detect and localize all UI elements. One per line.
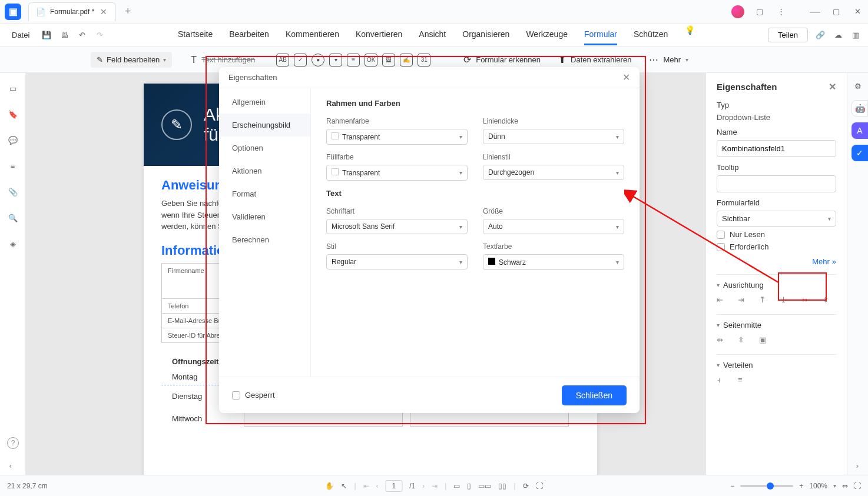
collapse-caret-icon[interactable]: ▾ [717,282,720,288]
dialog-close-button[interactable]: ✕ [622,72,630,83]
button-tool-icon[interactable]: OK [365,54,377,66]
tab-organisieren[interactable]: Organisieren [462,25,509,45]
collapse-caret-icon[interactable]: ▾ [717,322,720,328]
view-two-page-icon[interactable]: ▭▭ [478,482,491,490]
select-line-style[interactable]: Durchgezogen▾ [483,165,624,180]
assistant-icon[interactable]: 🤖 [852,100,868,116]
collapse-right-button[interactable]: › [852,460,863,471]
date-tool-icon[interactable]: 31 [418,54,430,66]
select-border-color[interactable]: Transparent▾ [326,129,468,145]
minimize-button[interactable]: — [809,5,821,18]
select-fill-color[interactable]: Transparent▾ [326,165,468,181]
file-menu[interactable]: Datei [7,31,34,39]
page-current[interactable]: 1 [392,482,396,490]
dropdown-tool-icon[interactable]: ▾ [329,54,342,66]
redo-icon[interactable]: ↷ [94,30,105,41]
collapse-caret-icon[interactable]: ▾ [717,362,720,368]
collapse-left-button[interactable]: ‹ [5,460,16,471]
sidebar-berechnen[interactable]: Berechnen [219,228,310,251]
extract-data-button[interactable]: Daten extrahieren [571,55,631,64]
tab-bearbeiten[interactable]: Bearbeiten [229,25,269,45]
window-tool-icon[interactable]: ▢ [754,7,766,16]
sidebar-format[interactable]: Format [219,182,310,205]
select-style[interactable]: Regular▾ [326,254,468,269]
sidebar-erscheinungsbild[interactable]: Erscheinungsbild [219,114,310,137]
share-button[interactable]: Teilen [768,28,808,42]
help-button[interactable]: ? [7,437,19,449]
select-line-weight[interactable]: Dünn▾ [483,129,624,144]
zoom-value[interactable]: 100% [809,482,827,490]
center-both-icon[interactable]: ▣ [759,335,770,346]
document-tab[interactable]: 📄 Formular.pdf * ✕ [28,2,116,21]
last-page-button[interactable]: ⇥ [432,482,438,490]
select-size[interactable]: Auto▾ [483,219,624,234]
cloud-icon[interactable]: ☁ [833,30,843,41]
more-tools-button[interactable]: Mehr [663,55,681,64]
fullscreen-icon[interactable]: ⛶ [854,482,861,490]
hand-tool-icon[interactable]: ✋ [325,482,334,490]
tab-ansicht[interactable]: Ansicht [419,25,446,45]
save-icon[interactable]: 💾 [41,30,52,41]
sidebar-allgemein[interactable]: Allgemein [219,91,310,114]
checkbox-tool-icon[interactable]: ✓ [294,54,307,66]
select-formfield[interactable]: Sichtbar ▾ [717,211,836,227]
tab-startseite[interactable]: Startseite [178,25,213,45]
tab-schuetzen[interactable]: Schützen [634,25,668,45]
first-page-button[interactable]: ⇤ [363,482,369,490]
tab-werkzeuge[interactable]: Werkzeuge [526,25,568,45]
next-page-button[interactable]: › [422,482,425,490]
comments-icon[interactable]: 💬 [7,134,19,146]
tab-formular[interactable]: Formular [584,25,617,45]
select-text-color[interactable]: Schwarz▾ [483,254,624,270]
panel-close-button[interactable]: ✕ [829,81,836,92]
kebab-menu-icon[interactable]: ⋮ [775,7,787,16]
signature-tool-icon[interactable]: ✍ [400,54,413,66]
ai-check-icon[interactable]: ✓ [852,145,868,161]
input-name[interactable] [717,140,836,157]
zoom-out-button[interactable]: − [730,482,734,490]
distribute-v-icon[interactable]: ≡ [738,375,748,386]
view-two-cont-icon[interactable]: ▯▯ [498,482,506,490]
close-window-button[interactable]: ✕ [852,7,863,16]
print-icon[interactable]: 🖶 [59,30,69,41]
fields-icon[interactable]: ≡ [7,160,19,172]
view-single-icon[interactable]: ▭ [453,482,460,490]
fit-width-icon[interactable]: ⇔ [842,482,848,490]
lightbulb-icon[interactable]: 💡 [684,25,695,35]
search-icon[interactable]: 🔍 [7,212,19,224]
share-link-icon[interactable]: 🔗 [815,30,826,41]
day-field-mittwoch-1[interactable] [244,411,403,427]
locked-checkbox[interactable]: Gesperrt [232,391,275,400]
distribute-h-icon[interactable]: ⫞ [717,375,727,386]
sidebar-validieren[interactable]: Validieren [219,205,310,228]
edit-field-button[interactable]: ✎ Feld bearbeiten ▾ [91,52,172,68]
checkbox-readonly[interactable]: Nur Lesen [717,230,836,239]
rotate-icon[interactable]: ⟳ [523,482,529,490]
zoom-in-button[interactable]: + [799,482,803,490]
listbox-tool-icon[interactable]: ≡ [347,54,360,66]
more-link[interactable]: Mehr » [717,257,836,266]
align-left-icon[interactable]: ⇤ [717,295,727,306]
thumbnails-icon[interactable]: ▭ [7,82,19,94]
tab-close-button[interactable]: ✕ [99,7,108,16]
fit-icon[interactable]: ⛶ [536,482,543,490]
select-font[interactable]: Microsoft Sans Serif▾ [326,219,468,234]
align-bottom-icon[interactable]: ⤓ [780,295,791,306]
recognize-form-button[interactable]: Formular erkennen [476,55,541,64]
checkbox-required[interactable]: Erforderlich [717,242,836,251]
center-h-icon[interactable]: ⇹ [717,335,727,346]
input-tooltip[interactable] [717,175,836,192]
textfield-icon[interactable]: AB [276,54,289,66]
day-field-mittwoch-2[interactable] [410,411,569,427]
sliders-icon[interactable]: ⚙ [852,80,864,92]
panel-toggle-icon[interactable]: ▥ [850,30,861,41]
image-tool-icon[interactable]: 🖼 [382,54,395,66]
view-continuous-icon[interactable]: ▯ [467,482,471,490]
align-right-icon[interactable]: ⇥ [738,295,748,306]
align-center-v-icon[interactable]: ⇕ [823,295,833,306]
ai-a-icon[interactable]: A [852,122,868,139]
bookmarks-icon[interactable]: 🔖 [7,108,19,120]
maximize-button[interactable]: ▢ [830,7,842,16]
align-center-h-icon[interactable]: ⇔ [801,295,812,306]
dialog-close-primary-button[interactable]: Schließen [562,385,627,405]
